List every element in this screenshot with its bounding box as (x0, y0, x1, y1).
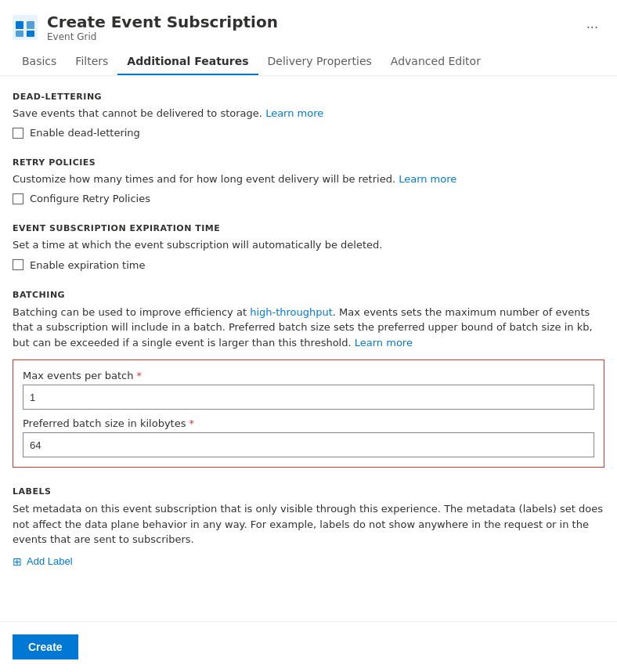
batch-size-input[interactable] (23, 432, 594, 457)
tab-basics[interactable]: Basics (13, 49, 66, 75)
svg-rect-4 (27, 31, 34, 37)
dead-lettering-description: Save events that cannot be delivered to … (13, 107, 604, 121)
spacer (0, 602, 617, 621)
retry-policies-checkbox-label: Configure Retry Policies (30, 193, 150, 204)
expiration-checkbox-label: Enable expiration time (30, 259, 145, 271)
expiration-checkbox[interactable] (13, 259, 23, 270)
dead-lettering-checkbox[interactable] (13, 128, 23, 139)
retry-policies-checkbox[interactable] (13, 193, 23, 204)
labels-section: LABELS Set metadata on this event subscr… (13, 486, 604, 568)
svg-rect-1 (16, 21, 23, 29)
dead-lettering-learn-more[interactable]: Learn more (265, 107, 323, 119)
dead-lettering-checkbox-label: Enable dead-lettering (30, 127, 140, 139)
expiration-description: Set a time at which the event subscripti… (13, 238, 604, 252)
tab-additional-features[interactable]: Additional Features (117, 49, 258, 75)
svg-rect-3 (16, 31, 23, 37)
more-options-icon[interactable]: ··· (580, 17, 604, 38)
page-subtitle: Event Grid (47, 31, 571, 42)
max-events-label: Max events per batch * (23, 370, 594, 381)
add-label-icon: ⊞ (13, 555, 22, 568)
add-label-button[interactable]: ⊞ Add Label (13, 555, 73, 568)
footer: Create (0, 621, 617, 672)
content-area: DEAD-LETTERING Save events that cannot b… (0, 76, 617, 602)
labels-title: LABELS (13, 486, 604, 497)
event-grid-icon (13, 15, 38, 40)
retry-policies-description: Customize how many times and for how lon… (13, 172, 604, 186)
header-title-block: Create Event Subscription Event Grid (47, 13, 571, 42)
max-events-field-group: Max events per batch * (23, 370, 594, 410)
labels-description: Set metadata on this event subscription … (13, 501, 604, 547)
header-top: Create Event Subscription Event Grid ··· (13, 13, 604, 42)
expiration-title: EVENT SUBSCRIPTION EXPIRATION TIME (13, 223, 604, 233)
page-title: Create Event Subscription (47, 13, 571, 31)
svg-rect-2 (27, 21, 34, 29)
add-label-text: Add Label (27, 555, 73, 567)
tab-delivery-properties[interactable]: Delivery Properties (258, 49, 381, 75)
batching-learn-more[interactable]: Learn more (355, 337, 413, 349)
batch-size-field-group: Preferred batch size in kilobytes * (23, 417, 594, 457)
tab-filters[interactable]: Filters (66, 49, 117, 75)
batching-section: BATCHING Batching can be used to improve… (13, 290, 604, 468)
retry-policies-checkbox-row: Configure Retry Policies (13, 193, 604, 204)
tabs-bar: Basics Filters Additional Features Deliv… (13, 49, 604, 75)
batching-title: BATCHING (13, 290, 604, 300)
retry-policies-title: RETRY POLICIES (13, 157, 604, 168)
batch-size-label: Preferred batch size in kilobytes * (23, 417, 594, 429)
retry-policies-learn-more[interactable]: Learn more (399, 173, 456, 185)
expiration-section: EVENT SUBSCRIPTION EXPIRATION TIME Set a… (13, 223, 604, 270)
expiration-checkbox-row: Enable expiration time (13, 259, 604, 271)
header: Create Event Subscription Event Grid ···… (0, 0, 617, 76)
page-layout: Create Event Subscription Event Grid ···… (0, 0, 617, 672)
batching-description: Batching can be used to improve efficien… (13, 305, 604, 351)
retry-policies-section: RETRY POLICIES Customize how many times … (13, 157, 604, 204)
tab-advanced-editor[interactable]: Advanced Editor (381, 49, 490, 75)
batching-input-box: Max events per batch * Preferred batch s… (13, 359, 604, 468)
dead-lettering-section: DEAD-LETTERING Save events that cannot b… (13, 92, 604, 139)
dead-lettering-title: DEAD-LETTERING (13, 92, 604, 102)
max-events-input[interactable] (23, 385, 594, 410)
create-button[interactable]: Create (13, 634, 78, 659)
dead-lettering-checkbox-row: Enable dead-lettering (13, 127, 604, 139)
